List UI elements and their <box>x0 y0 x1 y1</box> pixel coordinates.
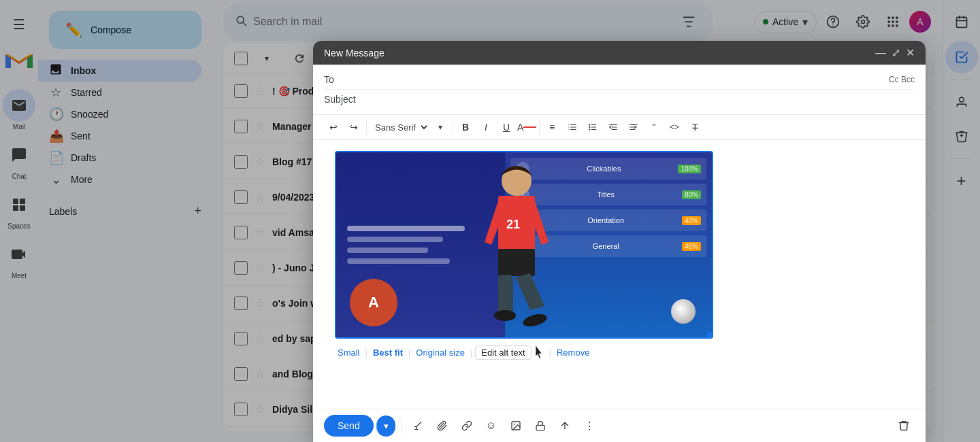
compose-header: New Message — ⤢ ✕ <box>313 41 926 65</box>
font-size-button[interactable]: ▾ <box>431 118 450 137</box>
indent-more-button[interactable] <box>624 118 643 137</box>
font-family-select[interactable]: Sans Serif <box>370 120 429 135</box>
minimize-icon[interactable]: — <box>875 47 886 59</box>
lock-button[interactable] <box>529 415 551 437</box>
close-compose-icon[interactable]: ✕ <box>906 46 915 59</box>
remove-format-button[interactable]: T̶ <box>685 118 704 137</box>
cursor-icon <box>533 344 546 360</box>
signature-button[interactable] <box>554 415 576 437</box>
image-size-best-fit[interactable]: Best fit <box>370 346 406 359</box>
soccer-ball <box>671 299 696 324</box>
indent-less-button[interactable] <box>604 118 623 137</box>
to-input[interactable] <box>357 74 883 85</box>
svg-point-23 <box>513 424 514 425</box>
compose-header-actions: — ⤢ ✕ <box>875 46 915 59</box>
quote-button[interactable]: " <box>644 118 664 137</box>
insert-image-button[interactable] <box>505 415 527 437</box>
image-size-toolbar: Small | Best fit | Original size | Edit … <box>335 341 904 363</box>
discard-button[interactable] <box>893 415 915 437</box>
to-label: To <box>324 74 351 85</box>
to-field: To Cc Bcc <box>324 70 915 90</box>
insert-emoji-button[interactable]: ☺ <box>480 415 502 437</box>
underline-button[interactable]: U <box>497 118 516 137</box>
formatting-toolbar: ↩ ↪ Sans Serif ▾ B I U A ≡ <box>313 115 926 140</box>
expand-icon[interactable]: ⤢ <box>892 46 900 59</box>
resize-handle[interactable] <box>706 332 713 339</box>
undo-button[interactable]: ↩ <box>324 118 343 137</box>
fmt-separator-1 <box>366 120 367 134</box>
player-figure: 21 <box>479 152 561 337</box>
subject-field: Subject <box>324 90 915 109</box>
svg-rect-18 <box>498 249 535 276</box>
fmt-separator-2 <box>453 120 453 134</box>
more-options-compose-button[interactable]: ⋮ <box>578 415 600 437</box>
compose-content-area: A ⊙ Clickables 100% T Titles <box>313 140 926 374</box>
svg-rect-19 <box>498 275 513 316</box>
soccer-scene: A ⊙ Clickables 100% T Titles <box>336 152 712 337</box>
fmt-separator-3 <box>539 120 540 134</box>
format-options-button[interactable] <box>407 415 429 437</box>
align-button[interactable]: ≡ <box>542 118 561 137</box>
ordered-list-button[interactable] <box>563 118 582 137</box>
send-button[interactable]: Send <box>324 415 374 437</box>
edit-alt-text-button[interactable]: Edit alt text <box>475 345 531 360</box>
compose-toolbar: Send ▾ ☺ <box>313 409 926 442</box>
svg-point-21 <box>521 312 548 329</box>
insert-link-button[interactable] <box>456 415 478 437</box>
redo-button[interactable]: ↪ <box>344 118 363 137</box>
compose-window: New Message — ⤢ ✕ To Cc Bcc Subject ↩ ↪ … <box>313 41 926 442</box>
inserted-image[interactable]: A ⊙ Clickables 100% T Titles <box>335 151 713 339</box>
italic-button[interactable]: I <box>476 118 495 137</box>
svg-text:21: 21 <box>506 218 520 231</box>
compose-fields: To Cc Bcc Subject <box>313 65 926 115</box>
image-container: A ⊙ Clickables 100% T Titles <box>335 151 904 363</box>
svg-point-20 <box>494 310 516 321</box>
subject-label: Subject <box>324 94 351 105</box>
code-button[interactable]: <> <box>665 118 684 137</box>
compose-body[interactable]: A ⊙ Clickables 100% T Titles <box>313 140 926 409</box>
toolbar-separator <box>401 418 402 434</box>
bold-button[interactable]: B <box>456 118 475 137</box>
image-size-small[interactable]: Small <box>335 346 363 359</box>
cc-bcc-label[interactable]: Cc Bcc <box>889 75 915 84</box>
subject-input[interactable] <box>357 94 915 105</box>
svg-rect-24 <box>536 425 544 430</box>
unordered-list-button[interactable] <box>583 118 602 137</box>
send-dropdown-button[interactable]: ▾ <box>376 415 395 437</box>
attach-file-button[interactable] <box>431 415 453 437</box>
remove-image-button[interactable]: Remove <box>554 346 592 359</box>
image-size-original[interactable]: Original size <box>413 346 468 359</box>
text-color-button[interactable]: A <box>517 118 536 137</box>
compose-title: New Message <box>324 48 385 58</box>
